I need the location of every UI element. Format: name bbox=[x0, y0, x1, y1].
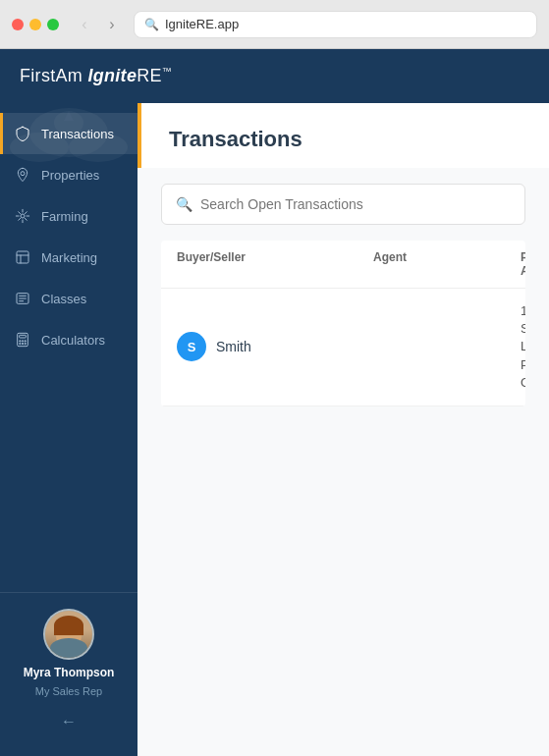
property-address-line2: Portland, OR... bbox=[521, 356, 525, 392]
col-agent: Agent bbox=[373, 250, 521, 278]
location-icon bbox=[14, 166, 31, 184]
sidebar-item-transactions[interactable]: Transactions bbox=[0, 113, 137, 154]
col-property-address: Property Add... bbox=[521, 250, 525, 278]
sidebar-item-label: Properties bbox=[41, 168, 99, 183]
sidebar-nav: Transactions Properties Farming bbox=[0, 113, 137, 592]
content-area: 🔍 Buyer/Seller Agent Property Add... S bbox=[137, 168, 549, 756]
table-header: Buyer/Seller Agent Property Add... bbox=[161, 241, 525, 289]
svg-point-13 bbox=[25, 341, 26, 342]
svg-point-14 bbox=[20, 343, 21, 344]
traffic-lights bbox=[12, 19, 59, 30]
sidebar-item-properties[interactable]: Properties bbox=[0, 154, 137, 195]
farming-icon bbox=[14, 207, 31, 225]
avatar bbox=[43, 609, 94, 660]
sidebar-item-farming[interactable]: Farming bbox=[0, 195, 137, 237]
sidebar-item-label: Farming bbox=[41, 209, 88, 224]
svg-point-16 bbox=[25, 343, 26, 344]
app-container: FirstAm IgniteRE™ bbox=[0, 49, 549, 756]
property-cell: 1011 Sunny L... Portland, OR... bbox=[521, 302, 525, 392]
buyer-cell: S Smith bbox=[177, 332, 373, 361]
svg-rect-7 bbox=[17, 251, 28, 263]
nav-arrows: ‹ › bbox=[73, 13, 124, 36]
search-bar[interactable]: 🔍 bbox=[161, 184, 525, 225]
sidebar-item-label: Marketing bbox=[41, 250, 97, 265]
collapse-button[interactable]: ← bbox=[61, 703, 77, 740]
svg-point-6 bbox=[21, 214, 25, 218]
logo-bold: Ignite bbox=[87, 66, 137, 85]
search-input[interactable] bbox=[200, 196, 511, 212]
address-bar[interactable]: 🔍 IgniteRE.app bbox=[134, 11, 537, 38]
property-address-line1: 1011 Sunny L... bbox=[521, 302, 525, 356]
browser-chrome: ‹ › 🔍 IgniteRE.app bbox=[0, 0, 549, 49]
marketing-icon bbox=[14, 248, 31, 266]
buyer-name: Smith bbox=[216, 339, 251, 354]
sidebar-item-label: Classes bbox=[41, 292, 86, 306]
page-title: Transactions bbox=[169, 127, 522, 152]
page-header: Transactions bbox=[137, 103, 549, 168]
close-button[interactable] bbox=[12, 19, 24, 30]
calculator-icon bbox=[14, 331, 31, 349]
svg-rect-10 bbox=[20, 335, 27, 338]
shield-icon bbox=[14, 125, 31, 142]
sidebar-item-label: Calculators bbox=[41, 333, 105, 348]
search-icon: 🔍 bbox=[144, 18, 159, 31]
app-logo: FirstAm IgniteRE™ bbox=[20, 66, 172, 86]
user-name: Myra Thompson bbox=[24, 666, 115, 679]
classes-icon bbox=[14, 290, 31, 307]
sidebar-item-marketing[interactable]: Marketing bbox=[0, 237, 137, 278]
logo-suffix: RE bbox=[137, 66, 162, 85]
svg-point-15 bbox=[22, 343, 23, 344]
col-buyer-seller: Buyer/Seller bbox=[177, 250, 373, 278]
sidebar-item-calculators[interactable]: Calculators bbox=[0, 319, 137, 360]
logo-tm: ™ bbox=[162, 66, 172, 77]
app-header: FirstAm IgniteRE™ bbox=[0, 49, 549, 103]
transactions-table: Buyer/Seller Agent Property Add... S Smi… bbox=[161, 241, 525, 406]
minimize-button[interactable] bbox=[29, 19, 41, 30]
collapse-arrow-icon: ← bbox=[61, 713, 77, 730]
sidebar-item-label: Transactions bbox=[41, 127, 114, 141]
logo-prefix: FirstAm bbox=[20, 66, 87, 85]
back-arrow[interactable]: ‹ bbox=[73, 13, 96, 36]
maximize-button[interactable] bbox=[47, 19, 59, 30]
search-bar-icon: 🔍 bbox=[176, 196, 192, 212]
svg-point-5 bbox=[21, 172, 25, 176]
forward-arrow[interactable]: › bbox=[100, 13, 124, 36]
sidebar-item-classes[interactable]: Classes bbox=[0, 278, 137, 319]
sidebar-bottom: Myra Thompson My Sales Rep ← bbox=[0, 592, 137, 756]
buyer-avatar: S bbox=[177, 332, 206, 361]
table-row[interactable]: S Smith 1011 Sunny L... Portland, OR... bbox=[161, 289, 525, 406]
sidebar: Transactions Properties Farming bbox=[0, 103, 137, 756]
url-text: IgniteRE.app bbox=[165, 17, 239, 31]
main-content: Transactions 🔍 Buyer/Seller Agent Proper… bbox=[137, 103, 549, 756]
user-role: My Sales Rep bbox=[35, 685, 102, 697]
svg-point-11 bbox=[20, 341, 21, 342]
svg-point-12 bbox=[22, 341, 23, 342]
app-body: Transactions Properties Farming bbox=[0, 103, 549, 756]
